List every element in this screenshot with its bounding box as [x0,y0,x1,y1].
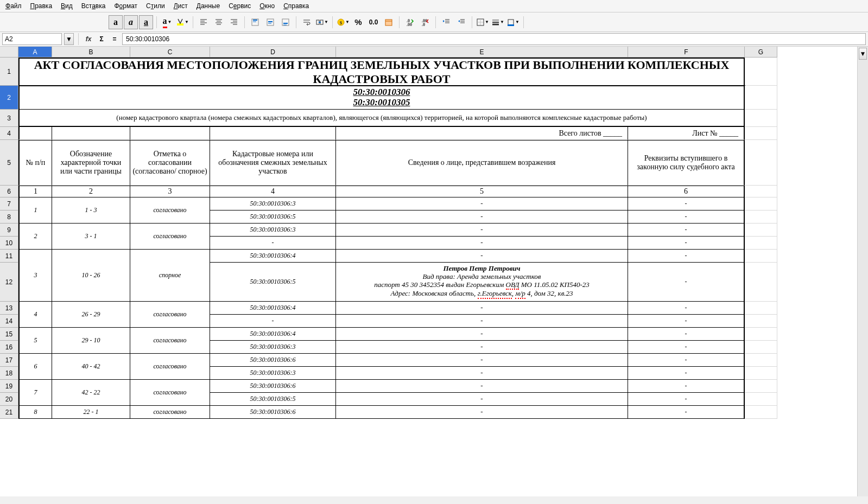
row-header-14[interactable]: 14 [0,315,18,328]
row-header-16[interactable]: 16 [0,341,18,354]
date-format-button[interactable] [382,15,396,29]
menu-tools[interactable]: Сервис [225,1,254,11]
menu-sheet[interactable]: Лист [170,1,191,11]
row-header-21[interactable]: 21 [0,406,18,419]
cell[interactable] [745,224,777,237]
increase-indent-button[interactable] [439,15,453,29]
cell[interactable] [745,341,777,354]
cell[interactable] [745,393,777,406]
menu-styles[interactable]: Стили [143,1,168,11]
row-header-6[interactable]: 6 [0,186,18,197]
row-header-13[interactable]: 13 [0,302,18,315]
cell[interactable] [745,110,777,127]
increase-decimal-button[interactable]: .0.00 [403,15,417,29]
align-right-button[interactable] [227,15,241,29]
menu-edit[interactable]: Правка [27,1,56,11]
decrease-indent-button[interactable] [454,15,468,29]
cell[interactable] [210,127,336,140]
col-header-c[interactable]: C [130,47,210,58]
currency-button[interactable]: $▼ [336,15,350,29]
align-middle-button[interactable] [263,15,277,29]
cadastral-numbers[interactable]: 50:30:0010306 50:30:0010305 [18,86,745,110]
number-format-button[interactable]: 0.0 [366,15,381,29]
cell-reference-dropdown[interactable]: ▼ [64,33,74,45]
cell[interactable] [745,127,777,140]
cell[interactable] [745,140,777,186]
cell[interactable] [745,406,777,419]
percent-button[interactable]: % [351,15,365,29]
row-header-1[interactable]: 1 [0,58,18,86]
cell[interactable] [130,127,210,140]
align-top-button[interactable] [248,15,262,29]
menu-insert[interactable]: Вставка [78,1,109,11]
row-header-4[interactable]: 4 [0,127,18,140]
formula-input[interactable] [122,33,866,45]
row-header-7[interactable]: 7 [0,197,18,210]
decrease-decimal-button[interactable]: .00.0 [418,15,432,29]
col-header-a[interactable]: A [18,47,52,58]
col-header-d[interactable]: D [210,47,336,58]
menu-window[interactable]: Окно [256,1,278,11]
cell[interactable] [745,302,777,315]
borders-button[interactable]: ▼ [476,15,490,29]
font-color-button[interactable]: a▼ [160,15,174,29]
cell[interactable] [745,58,777,86]
bold-button[interactable]: a [109,15,123,29]
row-header-20[interactable]: 20 [0,393,18,406]
border-style-button[interactable]: ▼ [491,15,505,29]
cell[interactable] [745,328,777,341]
border-color-button[interactable]: ▼ [506,15,520,29]
row-header-8[interactable]: 8 [0,210,18,224]
cell[interactable] [745,237,777,250]
row-header-9[interactable]: 9 [0,224,18,237]
col-header-g[interactable]: G [745,47,777,58]
cell[interactable] [745,354,777,367]
row-header-2[interactable]: 2 [0,86,18,110]
cell[interactable] [18,127,52,140]
underline-button[interactable]: a [139,15,153,29]
col-header-b[interactable]: B [52,47,130,58]
cell[interactable] [745,197,777,210]
highlight-button[interactable]: ▼ [175,15,189,29]
italic-button[interactable]: a [124,15,138,29]
row-header-19[interactable]: 19 [0,380,18,393]
row-header-10[interactable]: 10 [0,237,18,250]
wrap-text-button[interactable] [300,15,314,29]
row-header-3[interactable]: 3 [0,110,18,127]
cell[interactable] [52,127,130,140]
cell[interactable] [745,263,777,302]
function-wizard-button[interactable]: fx [83,34,94,44]
row-header-12[interactable]: 12 [0,263,18,302]
menu-file[interactable]: Файл [2,1,25,11]
row-header-15[interactable]: 15 [0,328,18,341]
cell[interactable] [745,380,777,393]
row-header-5[interactable]: 5 [0,140,18,186]
row-header-11[interactable]: 11 [0,250,18,263]
row-header-18[interactable]: 18 [0,367,18,380]
spreadsheet-grid[interactable]: A B C D E F G 1 АКТ СОГЛАСОВАНИЯ МЕСТОПО… [0,47,857,496]
menu-format[interactable]: Формат [111,1,141,11]
sum-button[interactable]: Σ [96,34,107,44]
total-sheets[interactable]: Всего листов _____ [336,127,628,140]
align-left-button[interactable] [197,15,211,29]
menu-view[interactable]: Вид [58,1,76,11]
row-header-17[interactable]: 17 [0,354,18,367]
cell[interactable] [745,186,777,197]
sheet-number[interactable]: Лист № _____ [628,127,745,140]
cell[interactable] [745,315,777,328]
cell[interactable] [745,86,777,110]
menu-data[interactable]: Данные [193,1,223,11]
cell[interactable] [745,250,777,263]
align-bottom-button[interactable] [278,15,293,29]
cell-reference-input[interactable] [2,33,62,45]
menu-help[interactable]: Справка [280,1,312,11]
select-all-corner[interactable] [0,47,18,58]
merge-cells-button[interactable]: ▼ [315,15,329,29]
sidebar-dropdown[interactable]: ▼ [859,48,867,60]
cell[interactable] [745,210,777,224]
cell[interactable] [745,367,777,380]
formula-button[interactable]: = [109,34,120,44]
align-center-button[interactable] [212,15,226,29]
col-header-f[interactable]: F [628,47,745,58]
col-header-e[interactable]: E [336,47,628,58]
